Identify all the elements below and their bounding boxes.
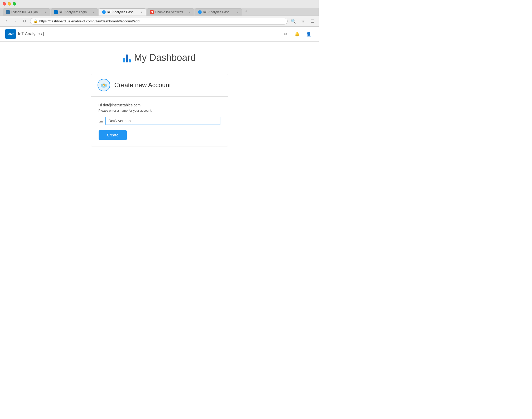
tab-favicon-iot2 bbox=[198, 10, 202, 14]
tab-label-iot-dashboard2: IoT Analytics Dashboa bbox=[203, 10, 234, 14]
traffic-lights bbox=[3, 2, 16, 6]
back-button[interactable]: ‹ bbox=[3, 17, 10, 25]
tab-enable-iot[interactable]: M Enable IoT verification × bbox=[147, 8, 194, 16]
create-button[interactable]: Create bbox=[99, 130, 127, 140]
account-name-row: ☁ bbox=[99, 117, 220, 125]
tab-favicon-gmail: M bbox=[150, 10, 154, 14]
new-tab-button[interactable]: + bbox=[243, 8, 250, 15]
address-bar: ‹ › ↻ 🔒 https://dashboard.us.enableiot.c… bbox=[0, 16, 319, 27]
app-title: IoT Analytics | bbox=[18, 32, 44, 36]
refresh-button[interactable]: ↻ bbox=[21, 17, 28, 25]
page-title: My Dashboard bbox=[134, 52, 196, 63]
bar-chart-bar-1 bbox=[123, 58, 125, 62]
svg-point-4 bbox=[103, 85, 104, 86]
tab-close-iot-login[interactable]: × bbox=[93, 11, 95, 14]
url-actions: 🔍 ☆ ☰ bbox=[290, 17, 316, 25]
cloud-gear-icon bbox=[100, 81, 108, 89]
minimize-window-button[interactable] bbox=[8, 2, 11, 6]
url-bar[interactable]: 🔒 https://dashboard.us.enableiot.com/v1/… bbox=[30, 18, 288, 24]
tab-label-enable-iot: Enable IoT verification bbox=[155, 10, 186, 14]
svg-rect-5 bbox=[104, 84, 104, 85]
maximize-window-button[interactable] bbox=[13, 2, 16, 6]
bar-chart-icon bbox=[123, 53, 131, 62]
svg-rect-8 bbox=[104, 85, 105, 86]
cloud-input-icon: ☁ bbox=[99, 118, 103, 124]
tab-favicon-python bbox=[6, 10, 10, 14]
card-header: Create new Account bbox=[91, 74, 228, 97]
bell-button[interactable]: 🔔 bbox=[292, 29, 302, 39]
nav-buttons: ‹ › ↻ bbox=[3, 17, 28, 25]
intel-badge: intel bbox=[5, 29, 16, 39]
card-body: Hi dot@instructables.com! Please enter a… bbox=[91, 97, 228, 146]
bar-chart-bar-2 bbox=[126, 55, 128, 62]
intel-badge-text: intel bbox=[8, 32, 14, 36]
bell-icon: 🔔 bbox=[294, 32, 300, 37]
tab-iot-dashboard-active[interactable]: IoT Analytics Dashboa × bbox=[99, 8, 146, 16]
card-title: Create new Account bbox=[114, 81, 171, 89]
create-account-card: Create new Account Hi dot@instructables.… bbox=[91, 74, 228, 146]
instruction-text: Please enter a name for your account. bbox=[99, 109, 220, 112]
tab-iot-dashboard2[interactable]: IoT Analytics Dashboa × bbox=[195, 8, 242, 16]
tab-iot-login[interactable]: IoT Analytics: Login an × bbox=[51, 8, 98, 16]
user-icon: 👤 bbox=[306, 32, 311, 37]
bookmark-button[interactable]: ☆ bbox=[299, 17, 307, 25]
tab-favicon-iot-login bbox=[54, 10, 58, 14]
tab-close-python[interactable]: × bbox=[45, 11, 47, 14]
tab-label-iot-dashboard: IoT Analytics Dashboa bbox=[107, 10, 138, 14]
tab-close-enable-iot[interactable]: × bbox=[189, 11, 191, 14]
tab-close-iot2[interactable]: × bbox=[237, 11, 239, 14]
mail-button[interactable]: ✉ bbox=[281, 29, 290, 39]
menu-button[interactable]: ☰ bbox=[309, 17, 316, 25]
intel-logo: intel IoT Analytics | bbox=[5, 29, 44, 39]
header-actions: ✉ 🔔 👤 bbox=[281, 29, 313, 39]
mail-icon: ✉ bbox=[284, 32, 287, 37]
secure-icon: 🔒 bbox=[33, 19, 38, 23]
user-button[interactable]: 👤 bbox=[304, 29, 313, 39]
forward-button[interactable]: › bbox=[12, 17, 19, 25]
account-name-input[interactable] bbox=[105, 117, 220, 125]
main-content: My Dashboard Cr bbox=[0, 42, 319, 200]
tabs-bar: Python IDE & Django li × IoT Analytics: … bbox=[0, 8, 319, 16]
url-text: https://dashboard.us.enableiot.com/v1/ui… bbox=[39, 19, 284, 23]
dashboard-title-section: My Dashboard bbox=[123, 52, 196, 63]
tab-label-python: Python IDE & Django li bbox=[11, 10, 42, 14]
svg-rect-6 bbox=[104, 86, 104, 87]
browser-chrome: Python IDE & Django li × IoT Analytics: … bbox=[0, 0, 319, 27]
app-header: intel IoT Analytics | ✉ 🔔 👤 bbox=[0, 27, 319, 42]
tab-close-iot-dashboard[interactable]: × bbox=[141, 11, 143, 14]
account-icon bbox=[98, 79, 110, 91]
search-button[interactable]: 🔍 bbox=[290, 17, 297, 25]
close-window-button[interactable] bbox=[3, 2, 6, 6]
svg-rect-7 bbox=[103, 85, 103, 86]
bar-chart-bar-3 bbox=[129, 59, 131, 62]
tab-favicon-iot-dashboard bbox=[102, 10, 106, 14]
title-bar bbox=[0, 0, 319, 8]
tab-label-iot-login: IoT Analytics: Login an bbox=[59, 10, 90, 14]
tab-python[interactable]: Python IDE & Django li × bbox=[3, 8, 50, 16]
greeting-text: Hi dot@instructables.com! bbox=[99, 103, 220, 107]
